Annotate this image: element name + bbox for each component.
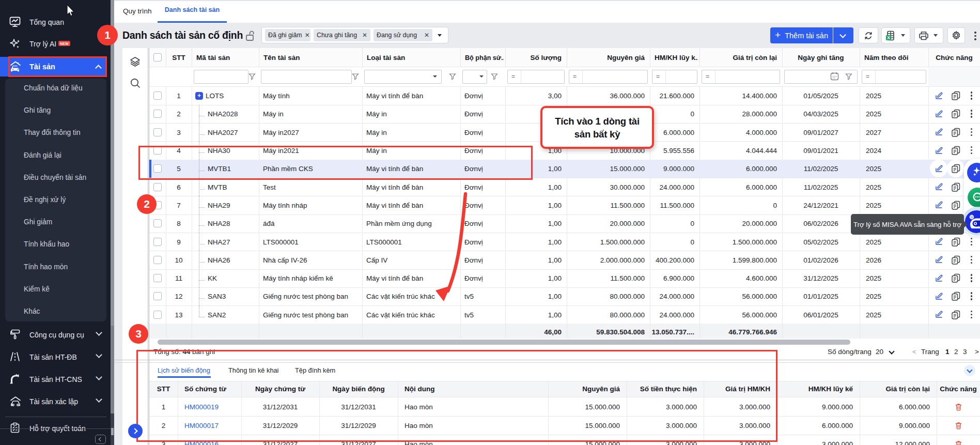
- svg-text:X: X: [887, 35, 890, 40]
